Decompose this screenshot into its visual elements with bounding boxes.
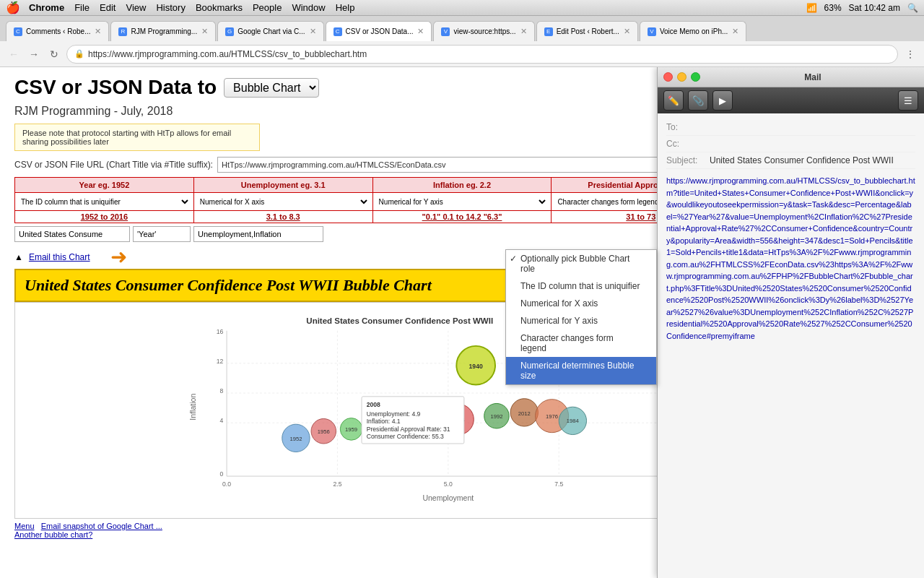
tab-close-3[interactable]: ✕ (310, 27, 316, 36)
mail-subject-label: Subject: (666, 155, 710, 165)
input-values[interactable] (193, 226, 323, 242)
svg-text:0.0: 0.0 (222, 480, 231, 488)
y-axis-label: Inflation (188, 394, 197, 420)
svg-text:1984: 1984 (567, 418, 580, 424)
tab-close-1[interactable]: ✕ (95, 27, 101, 36)
minimize-button[interactable] (677, 72, 687, 82)
svg-text:4: 4 (219, 417, 223, 424)
tab-1[interactable]: C Comments ‹ Robe... ✕ (6, 21, 109, 41)
svg-text:Presidential Approval Rate: 31: Presidential Approval Rate: 31 (367, 426, 450, 433)
maximize-button[interactable] (691, 72, 700, 82)
email-this-chart-link[interactable]: Email this Chart (29, 252, 90, 262)
tab-2[interactable]: R RJM Programming... ✕ (110, 21, 216, 41)
dropdown-item-3[interactable]: Numerical for Y axis (506, 312, 656, 329)
col-header-1: Unemployment eg. 3.1 (193, 178, 372, 193)
svg-text:5.0: 5.0 (444, 480, 453, 488)
favicon-6: E (544, 27, 553, 36)
tab-4-active[interactable]: C CSV or JSON Data... ✕ (326, 21, 432, 41)
dropdown-item-2[interactable]: Numerical for X axis (506, 295, 656, 312)
svg-text:12: 12 (217, 358, 224, 365)
col-range-0: 1952 to 2016 (15, 211, 194, 223)
svg-text:1956: 1956 (318, 428, 330, 435)
x-axis-label: Unemployment (422, 493, 474, 502)
tab-close-6[interactable]: ✕ (624, 27, 630, 36)
menu-people[interactable]: People (253, 2, 282, 13)
svg-text:2008: 2008 (367, 401, 380, 408)
note-box: Please note that protocol starting with … (14, 124, 260, 151)
search-icon[interactable]: 🔍 (907, 3, 918, 13)
tab-3[interactable]: G Google Chart via C... ✕ (217, 21, 323, 41)
tab-close-7[interactable]: ✕ (732, 27, 738, 36)
svg-text:2.5: 2.5 (333, 480, 341, 488)
forward-button[interactable]: → (26, 46, 42, 62)
mail-body: To: Cc: Subject: United States Consumer … (658, 113, 924, 348)
address-bar[interactable]: 🔒 https://www.rjmprogramming.com.au/HTML… (66, 45, 898, 64)
menu-edit[interactable]: Edit (100, 2, 116, 13)
mail-compose-btn[interactable]: ✏️ (663, 90, 684, 111)
tab-7[interactable]: V Voice Memo on iPh... ✕ (640, 21, 747, 41)
svg-text:Consumer Confidence: 55.3: Consumer Confidence: 55.3 (367, 433, 444, 440)
svg-text:0: 0 (219, 470, 223, 478)
menu-history[interactable]: History (156, 2, 185, 13)
chart-inner-title: United States Consumer Confidence Post W… (306, 316, 493, 325)
svg-text:Unemployment: 4.9: Unemployment: 4.9 (367, 410, 421, 418)
favicon-7: V (648, 27, 656, 36)
dropdown-item-4[interactable]: Character changes form legend (506, 329, 656, 357)
chart-type-select[interactable]: Bubble ChartLine ChartBar ChartPie Chart (224, 78, 319, 98)
another-bubble-link[interactable]: Another bubble chart? (14, 530, 92, 539)
svg-text:1976: 1976 (546, 414, 558, 420)
svg-text:Inflation: 4.1: Inflation: 4.1 (367, 418, 401, 425)
battery-text: 63% (824, 3, 842, 13)
col-select-0[interactable]: The ID column that is uniquifierNumerica… (18, 194, 191, 209)
mail-attach-btn[interactable]: 📎 (688, 90, 708, 111)
menu-file[interactable]: File (74, 2, 90, 13)
refresh-button[interactable]: ↻ (46, 46, 62, 62)
tab-6[interactable]: E Edit Post ‹ Robert... ✕ (536, 21, 638, 41)
menu-window[interactable]: Window (292, 2, 325, 13)
url-text: https://www.rjmprogramming.com.au/HTMLCS… (88, 49, 367, 59)
svg-text:1992: 1992 (490, 414, 502, 420)
snapshot-link[interactable]: Email snapshot of Google Chart ... (41, 522, 162, 530)
svg-text:16: 16 (217, 328, 224, 335)
mail-title: Mail (804, 72, 821, 82)
menu-help[interactable]: Help (336, 2, 355, 13)
clock-text: Sat 10:42 am (849, 3, 900, 13)
col-select-cell-0: The ID column that is uniquifierNumerica… (15, 193, 194, 211)
input-label[interactable] (133, 226, 191, 242)
input-title[interactable] (14, 226, 130, 242)
svg-text:1959: 1959 (345, 426, 357, 433)
back-button[interactable]: ← (6, 46, 22, 62)
tab-5[interactable]: V view-source:https... ✕ (433, 21, 534, 41)
tab-close-4[interactable]: ✕ (417, 27, 424, 36)
svg-text:7.5: 7.5 (554, 480, 563, 488)
svg-text:1940: 1940 (469, 363, 483, 370)
favicon-5: V (441, 27, 450, 36)
mail-subject-text: United States Consumer Confidence Post W… (710, 155, 894, 165)
col-select-2[interactable]: The ID column that is uniquifierNumerica… (376, 194, 549, 209)
column-dropdown-menu: Optionally pick Bubble Chart role The ID… (505, 249, 657, 385)
col-select-1[interactable]: The ID column that is uniquifierNumerica… (197, 194, 370, 209)
favicon-4: C (334, 27, 342, 36)
close-button[interactable] (663, 72, 673, 82)
menu-dots-button[interactable]: ⋮ (902, 46, 918, 62)
tab-close-2[interactable]: ✕ (201, 27, 208, 36)
wifi-icon: 📶 (806, 3, 817, 13)
tab-close-5[interactable]: ✕ (520, 27, 527, 36)
menu-bookmarks[interactable]: Bookmarks (196, 2, 243, 13)
apple-menu[interactable]: 🍎 (6, 1, 20, 14)
traffic-lights (663, 72, 700, 82)
dropdown-item-1[interactable]: The ID column that is uniquifier (506, 277, 656, 295)
mail-subject-row: Subject: United States Consumer Confiden… (666, 152, 915, 169)
menu-link[interactable]: Menu (14, 522, 35, 530)
dropdown-item-0[interactable]: Optionally pick Bubble Chart role (506, 250, 656, 277)
col-header-0: Year eg. 1952 (15, 178, 194, 193)
mail-to-input[interactable] (710, 122, 915, 132)
mail-cc-input[interactable] (710, 139, 915, 149)
mail-send-btn[interactable]: ▶ (712, 90, 733, 111)
file-url-label: CSV or JSON File URL (Chart Title via #T… (14, 160, 213, 170)
dropdown-item-5[interactable]: Numerical determines Bubble size (506, 357, 656, 384)
menu-chrome[interactable]: Chrome (29, 2, 64, 13)
mail-list-btn[interactable]: ☰ (898, 90, 918, 111)
menu-view[interactable]: View (126, 2, 146, 13)
address-bar-row: ← → ↻ 🔒 https://www.rjmprogramming.com.a… (0, 41, 924, 67)
